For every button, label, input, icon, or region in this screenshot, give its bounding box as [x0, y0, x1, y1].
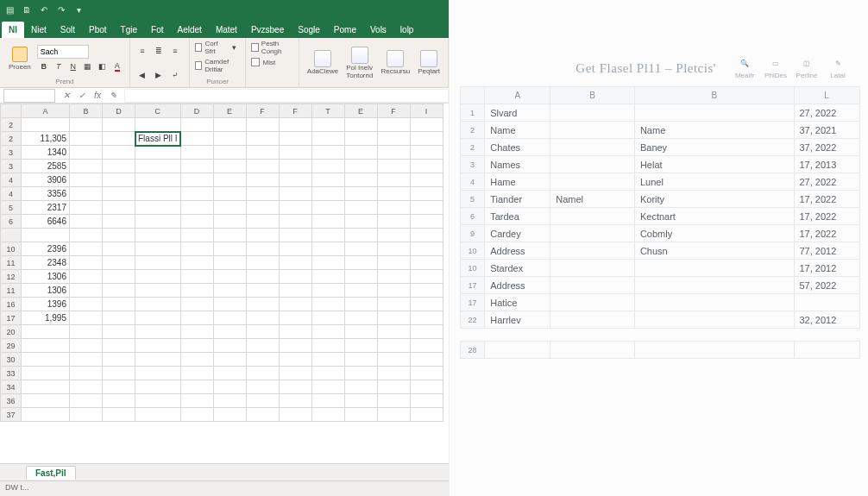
cell[interactable]	[135, 325, 181, 339]
cell[interactable]	[180, 215, 213, 229]
cell[interactable]	[180, 394, 213, 408]
cell[interactable]	[213, 339, 246, 353]
cell[interactable]	[344, 146, 377, 160]
cell[interactable]: 37, 2021	[794, 122, 859, 139]
cell[interactable]: Chusn	[634, 242, 794, 260]
cell[interactable]	[180, 201, 213, 215]
cell[interactable]: Names	[485, 156, 550, 173]
check4[interactable]	[251, 58, 260, 66]
cell[interactable]	[70, 201, 103, 215]
cell[interactable]	[103, 367, 135, 380]
cell[interactable]	[410, 132, 443, 146]
cell[interactable]	[103, 284, 135, 298]
row-header[interactable]: 33	[1, 367, 22, 380]
cell[interactable]	[344, 242, 377, 256]
cell[interactable]	[279, 160, 311, 173]
cell[interactable]	[70, 132, 103, 146]
cell[interactable]	[246, 270, 279, 284]
cell[interactable]	[246, 132, 279, 146]
cell[interactable]	[135, 353, 181, 367]
cell[interactable]: 17, 2022	[794, 225, 859, 242]
cell[interactable]	[103, 229, 135, 242]
cell[interactable]: 27, 2022	[794, 173, 859, 191]
cell[interactable]	[279, 132, 311, 146]
cell[interactable]	[135, 256, 181, 270]
cell[interactable]	[410, 339, 443, 353]
cell[interactable]	[135, 408, 181, 422]
cell[interactable]	[410, 298, 443, 311]
row-header[interactable]	[1, 229, 22, 242]
cell[interactable]	[213, 284, 246, 298]
cell[interactable]	[22, 325, 70, 339]
cell[interactable]	[344, 215, 377, 229]
cell[interactable]	[550, 294, 635, 311]
align-right-icon[interactable]: ≡	[168, 44, 182, 58]
cell[interactable]	[135, 201, 181, 215]
cell[interactable]	[279, 380, 311, 394]
cell[interactable]	[180, 339, 213, 353]
cell[interactable]	[550, 122, 635, 139]
cell[interactable]	[410, 367, 443, 380]
cell[interactable]	[311, 160, 344, 173]
cell[interactable]	[344, 284, 377, 298]
cell[interactable]	[246, 298, 279, 311]
cell[interactable]	[344, 380, 377, 394]
cell[interactable]: Flassi Pll I	[135, 132, 181, 146]
row-header[interactable]: 1	[461, 104, 485, 122]
row-header[interactable]: 3	[1, 146, 22, 160]
ribbon-btn-recsursu[interactable]: Recsursu	[378, 48, 412, 77]
cancel-icon[interactable]: ✕	[60, 91, 72, 100]
cell[interactable]	[550, 104, 635, 122]
ribbon-tab-solt[interactable]: Solt	[53, 22, 82, 38]
cell[interactable]	[213, 325, 246, 339]
right-tool-phides[interactable]: ▭PhiDes	[761, 54, 790, 79]
cell[interactable]: 17, 2022	[794, 208, 859, 225]
cell[interactable]	[135, 284, 181, 298]
cell[interactable]: Name	[485, 122, 550, 139]
cell[interactable]	[70, 187, 103, 201]
row-header[interactable]: 10	[1, 242, 22, 256]
enter-icon[interactable]: ✓	[76, 91, 88, 100]
cell[interactable]	[103, 394, 135, 408]
cell[interactable]	[213, 215, 246, 229]
cell[interactable]	[377, 339, 410, 353]
formula-input[interactable]	[124, 89, 449, 103]
cell[interactable]	[410, 408, 443, 422]
cell[interactable]	[180, 118, 213, 132]
cell[interactable]	[410, 270, 443, 284]
cell[interactable]	[180, 229, 213, 242]
cell[interactable]	[180, 408, 213, 422]
cell[interactable]	[344, 201, 377, 215]
cell[interactable]	[246, 215, 279, 229]
cell[interactable]	[377, 173, 410, 187]
cell[interactable]	[22, 118, 70, 132]
cell[interactable]	[279, 229, 311, 242]
cell[interactable]	[70, 298, 103, 311]
cell[interactable]	[410, 146, 443, 160]
align-left-icon[interactable]: ≡	[135, 44, 149, 58]
cell[interactable]	[344, 118, 377, 132]
cell[interactable]: 3356	[22, 187, 70, 201]
ribbon-tab-pbot[interactable]: Pbot	[82, 22, 114, 38]
cell[interactable]: Tardea	[485, 208, 550, 225]
cell[interactable]	[410, 118, 443, 132]
row-header[interactable]: 37	[1, 408, 22, 422]
cell[interactable]	[135, 242, 181, 256]
cell[interactable]	[634, 260, 794, 277]
cell[interactable]	[246, 187, 279, 201]
cell[interactable]: 17, 2012	[794, 260, 859, 277]
cell[interactable]	[246, 160, 279, 173]
cell[interactable]	[246, 284, 279, 298]
cell[interactable]	[279, 325, 311, 339]
pen-icon[interactable]: ✎	[107, 91, 119, 100]
cell[interactable]	[213, 118, 246, 132]
cell[interactable]	[213, 270, 246, 284]
cell[interactable]	[103, 160, 135, 173]
row-header[interactable]: 36	[1, 394, 22, 408]
cell[interactable]	[634, 277, 794, 294]
cell[interactable]	[103, 201, 135, 215]
cell[interactable]: 2317	[22, 201, 70, 215]
cell[interactable]: Address	[485, 242, 550, 260]
spreadsheet-grid[interactable]: ABDCDEFFTEFI2211,305Flassi Pll I31340325…	[0, 104, 449, 463]
italic-button[interactable]: T	[52, 60, 66, 73]
